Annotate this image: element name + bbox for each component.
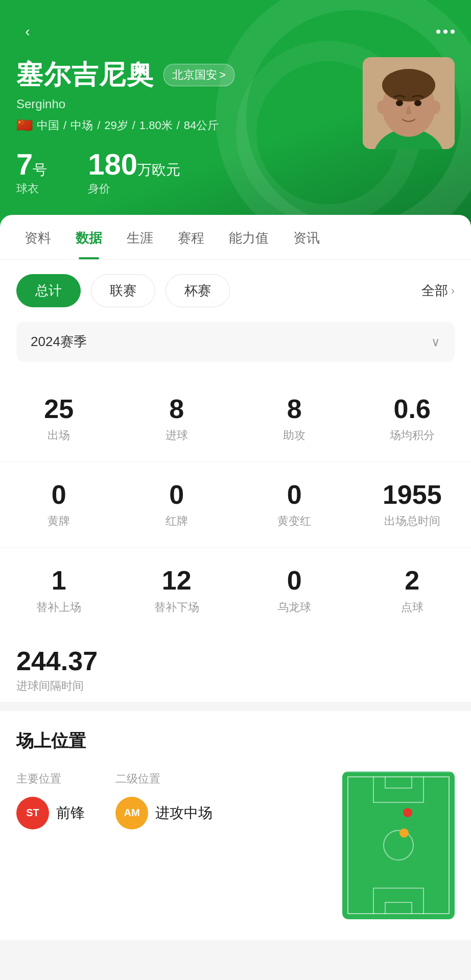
club-tag[interactable]: 北京国安 > (163, 64, 234, 86)
stat-num-assists: 8 (240, 395, 349, 424)
meta-row: 🇨🇳 中国 / 中场 / 29岁 / 1.80米 / 84公斤 (16, 117, 363, 133)
stat-desc-penalty: 点球 (358, 600, 467, 615)
chevron-right-icon: › (451, 284, 455, 298)
position-content: 主要位置 ST 前锋 二级位置 AM 进攻中场 (16, 771, 455, 919)
player-avatar (363, 57, 455, 149)
stat-assists: 8 助攻 (236, 388, 354, 449)
stat-yellow-red: 0 黄变红 (236, 474, 354, 535)
stat-desc-assists: 助攻 (240, 428, 349, 443)
pitch-markings (342, 771, 455, 919)
season-label: 2024赛季 (31, 333, 87, 351)
stat-red: 0 红牌 (118, 474, 236, 535)
jersey-number: 7号 (16, 150, 47, 179)
position-list: 主要位置 ST 前锋 二级位置 AM 进攻中场 (16, 771, 322, 829)
stat-num-penalty: 2 (358, 566, 467, 595)
stat-num-yellow: 0 (4, 480, 114, 509)
pitch-small-box-top (385, 776, 412, 789)
stats-grid: 25 出场 8 进球 8 助攻 0.6 场均积分 0 黄牌 0 (0, 366, 471, 633)
stat-num-minutes: 1955 (358, 480, 467, 509)
back-button[interactable]: ‹ (16, 20, 39, 43)
pitch-center-line (342, 771, 455, 772)
pitch-center-circle (383, 830, 414, 861)
flag-icon: 🇨🇳 (16, 117, 33, 133)
dot-2 (443, 30, 448, 34)
stat-desc-own-goal: 乌龙球 (240, 600, 349, 615)
nationality: 中国 (37, 118, 59, 133)
stat-yellow: 0 黄牌 (0, 474, 118, 535)
stat-num-goals: 8 (122, 395, 232, 424)
secondary-position-badge: AM (115, 797, 148, 829)
height: 1.80米 (139, 118, 173, 133)
stat-desc-sub-on: 替补上场 (4, 600, 114, 615)
jersey-stat: 7号 球衣 (16, 150, 47, 197)
separator-3: / (132, 119, 135, 132)
secondary-position-col: 二级位置 AM 进攻中场 (115, 771, 213, 829)
stat-desc-yellow: 黄牌 (4, 513, 114, 529)
stat-num-appearances: 25 (4, 395, 114, 424)
hero-top-bar: ‹ (16, 20, 455, 43)
big-stat-section: 244.37 进球间隔时间 (0, 633, 471, 702)
svg-point-4 (382, 69, 435, 102)
tab-ability[interactable]: 能力值 (217, 215, 281, 259)
filter-total[interactable]: 总计 (16, 274, 81, 307)
stats-row-1: 25 出场 8 进球 8 助攻 0.6 场均积分 (0, 376, 471, 462)
position-dot-secondary (399, 828, 409, 838)
filter-all[interactable]: 全部 › (421, 282, 455, 300)
stat-goals: 8 进球 (118, 388, 236, 449)
stat-penalty: 2 点球 (354, 560, 472, 621)
svg-point-8 (430, 101, 440, 114)
hero-info: 塞尔吉尼奥 北京国安 > Serginho 🇨🇳 中国 / 中场 / 29岁 /… (16, 57, 363, 197)
filter-league[interactable]: 联赛 (91, 274, 155, 307)
filter-cup[interactable]: 杯赛 (166, 274, 230, 307)
age: 29岁 (104, 118, 128, 133)
separator-1: / (63, 119, 66, 132)
back-icon: ‹ (25, 23, 30, 40)
market-value-stat: 180万欧元 身价 (88, 150, 180, 197)
stat-num-red: 0 (122, 480, 232, 509)
stat-appearances: 25 出场 (0, 388, 118, 449)
pitch-small-box-bottom (385, 902, 412, 914)
weight: 84公斤 (184, 118, 219, 133)
filter-row: 总计 联赛 杯赛 全部 › (0, 260, 471, 322)
hero-content: 塞尔吉尼奥 北京国安 > Serginho 🇨🇳 中国 / 中场 / 29岁 /… (16, 57, 455, 197)
position: 中场 (70, 118, 93, 133)
season-selector[interactable]: 2024赛季 ∨ (16, 322, 455, 362)
hero-section: ‹ 塞尔吉尼奥 北京国安 > Serginho 🇨🇳 中国 / 中场 / (0, 0, 471, 227)
stat-desc-red: 红牌 (122, 513, 232, 529)
stat-num-sub-off: 12 (122, 566, 232, 595)
tab-schedule[interactable]: 赛程 (166, 215, 217, 259)
stat-avg-score: 0.6 场均积分 (354, 388, 472, 449)
svg-point-7 (377, 101, 387, 114)
section-divider (0, 702, 471, 711)
tab-profile[interactable]: 资料 (12, 215, 63, 259)
tab-news[interactable]: 资讯 (281, 215, 332, 259)
position-section: 场上位置 主要位置 ST 前锋 二级位置 AM 进攻中场 (0, 711, 471, 940)
stat-minutes: 1955 出场总时间 (354, 474, 472, 535)
primary-position-badge: ST (16, 797, 49, 829)
position-section-title: 场上位置 (16, 729, 455, 753)
separator-2: / (97, 119, 100, 132)
market-value-label: 身价 (88, 181, 180, 197)
stats-row-3: 1 替补上场 12 替补下场 0 乌龙球 2 点球 (0, 548, 471, 633)
stat-num-sub-on: 1 (4, 566, 114, 595)
tab-career[interactable]: 生涯 (114, 215, 166, 259)
big-stat-label: 进球间隔时间 (16, 678, 455, 694)
primary-position-item: ST 前锋 (16, 797, 85, 829)
club-suffix: > (219, 68, 226, 82)
dot-3 (451, 30, 455, 34)
tabs-wrapper: 资料 数据 生涯 赛程 能力值 资讯 总计 联赛 杯赛 全部 › 2024赛季 … (0, 215, 471, 702)
tab-stats[interactable]: 数据 (63, 215, 114, 259)
more-button[interactable] (436, 30, 455, 34)
hero-stats-row: 7号 球衣 180万欧元 身价 (16, 150, 363, 197)
football-pitch (342, 771, 455, 919)
stat-own-goal: 0 乌龙球 (236, 560, 354, 621)
name-row: 塞尔吉尼奥 北京国安 > (16, 57, 363, 93)
stat-num-yellow-red: 0 (240, 480, 349, 509)
stat-desc-appearances: 出场 (4, 428, 114, 443)
primary-position-col: 主要位置 ST 前锋 (16, 771, 85, 829)
chevron-down-icon: ∨ (431, 335, 440, 349)
stat-desc-sub-off: 替补下场 (122, 600, 232, 615)
separator-4: / (177, 119, 180, 132)
secondary-position-item: AM 进攻中场 (115, 797, 213, 829)
stat-desc-yellow-red: 黄变红 (240, 513, 349, 529)
